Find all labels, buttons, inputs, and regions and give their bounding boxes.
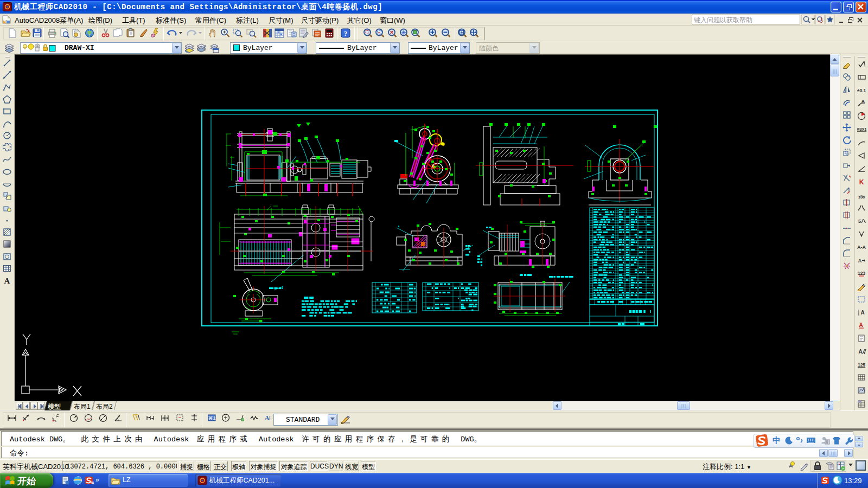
svg-text:A: A [860,310,864,316]
svg-text:?: ? [344,29,348,37]
svg-text:A: A [4,277,10,285]
svg-text:125: 125 [858,362,865,368]
svg-text:A: A [859,322,863,328]
svg-text:A: A [265,414,270,422]
svg-text:K: K [859,178,864,186]
svg-text:A: A [861,99,865,104]
svg-text:A: A [858,349,862,355]
svg-text:A: A [858,258,862,264]
svg-text:123: 123 [858,271,865,276]
svg-text:M3X1: M3X1 [857,127,866,132]
svg-text:A-A: A-A [857,245,866,250]
svg-text:⌘1: ⌘1 [208,415,215,421]
svg-text:5: 5 [858,219,861,224]
svg-text:±0.1: ±0.1 [857,88,866,93]
svg-text:W: W [91,481,94,485]
svg-text:100: 100 [858,195,865,200]
